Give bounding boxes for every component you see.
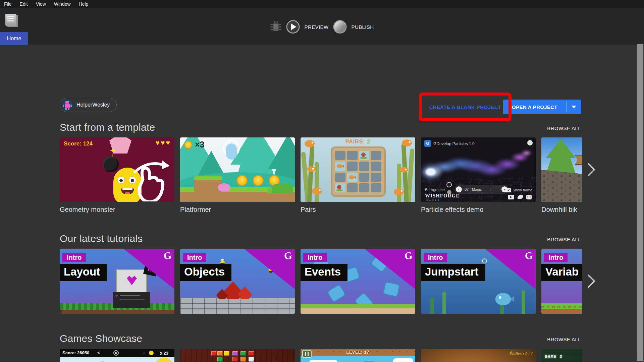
fish-art xyxy=(394,188,404,195)
browse-all-templates[interactable]: BROWSE ALL xyxy=(547,125,581,131)
scrollbar-track[interactable] xyxy=(637,44,644,362)
chevron-right-icon[interactable] xyxy=(586,162,597,177)
open-project-dropdown[interactable] xyxy=(567,100,581,114)
menu-view[interactable]: View xyxy=(32,0,50,8)
browse-all-showcase[interactable]: BROWSE ALL xyxy=(547,337,581,342)
sand-strip-art xyxy=(301,308,415,314)
intro-badge: Intro xyxy=(424,253,447,262)
tutorial-title: Jumpstart xyxy=(421,264,485,281)
snail-art xyxy=(361,153,366,157)
card-tile xyxy=(359,173,370,182)
open-project-button[interactable]: OPEN A PROJECT xyxy=(503,100,581,114)
project-manager-icon[interactable] xyxy=(5,13,19,27)
templates-carousel: Score: 124 ♥♥♥ xyxy=(60,137,582,216)
page-lines-art xyxy=(7,16,14,23)
editor-window-art xyxy=(116,269,147,293)
section-title-tutorials: Our latest tutorials xyxy=(60,233,143,244)
leaf-art xyxy=(336,189,343,191)
card-tile-flipped xyxy=(335,162,345,171)
browse-all-tutorials[interactable]: BROWSE ALL xyxy=(547,237,581,242)
template-card-pairs[interactable]: PAIRS: 2 xyxy=(301,137,415,214)
fish-art xyxy=(349,175,355,179)
avatar-body-art xyxy=(65,104,70,108)
level-text: LEVEL: 17 xyxy=(301,350,415,355)
preview-button[interactable]: PREVIEW xyxy=(305,24,329,30)
fish-art xyxy=(337,164,342,168)
tutorial-card-events[interactable]: G Intro Events xyxy=(301,249,415,314)
tutorial-card-variables[interactable]: +1 G Intro Variab xyxy=(541,249,582,314)
showcase-carousel: Score: 26050 ➤ ♪ x 23 xyxy=(60,349,582,362)
menu-edit[interactable]: Edit xyxy=(16,0,32,8)
section-title-templates: Start from a template xyxy=(60,122,155,133)
platformer-thumbnail: ×3 xyxy=(180,137,295,202)
showcase-card-retro-menu[interactable]: GAME 2 GAME 3 GAME 4 GAME 5 GAME 6 EXIT xyxy=(541,349,582,362)
debugger-icon[interactable] xyxy=(270,20,282,33)
showcase-card-tile-on[interactable]: 4 DIFFERENT MATCHING GAMES xyxy=(180,349,295,362)
chevron-right-icon[interactable] xyxy=(586,274,597,289)
open-project-label[interactable]: OPEN A PROJECT xyxy=(503,100,566,114)
menu-help[interactable]: Help xyxy=(75,0,93,8)
tab-home[interactable]: Home xyxy=(0,32,28,45)
tile-block-art xyxy=(217,357,223,362)
wishforge-sub: GAMES xyxy=(426,199,440,201)
showcase-card-night-monsters[interactable]: Étoiles : 0 / 1 Tuer les monstres en leu… xyxy=(421,349,536,362)
objects-tutorial-thumbnail: G Intro Objects xyxy=(180,249,295,314)
monster-tongue-art xyxy=(125,192,130,194)
tile-block-art xyxy=(240,351,246,356)
seaweed-art xyxy=(430,298,434,314)
show-frame-label: Show frame xyxy=(513,188,532,192)
card-tile xyxy=(347,183,358,192)
template-card-platformer[interactable]: ×3 Platformer xyxy=(180,137,295,214)
menu-file[interactable]: File xyxy=(0,0,16,8)
tile-on-thumbnail: 4 DIFFERENT MATCHING GAMES xyxy=(180,349,295,362)
pixel-heart-art xyxy=(127,276,137,285)
score-text: Score: 26050 xyxy=(62,350,89,355)
tutorial-card-jumpstart[interactable]: G Intro Jumpstart xyxy=(421,249,536,314)
template-card-downhill-bike[interactable]: G Downhill bik xyxy=(541,137,582,214)
jumpstart-tutorial-thumbnail: G Intro Jumpstart xyxy=(421,249,536,314)
downhill-thumbnail: G xyxy=(541,137,582,202)
back-arrow-icon: ➤ xyxy=(97,350,101,355)
showcase-card-easter[interactable]: Score: 26050 ➤ ♪ x 23 xyxy=(60,349,174,362)
grass-strip-art xyxy=(301,304,415,308)
card-tile xyxy=(371,183,381,192)
play-triangle-art xyxy=(291,23,297,30)
menu-row: GAME 2 xyxy=(545,354,562,359)
scrollbar-thumb[interactable] xyxy=(637,44,643,361)
username: HelperWesley xyxy=(76,102,110,108)
monster-eye-art xyxy=(117,176,125,184)
tutorial-card-layout[interactable]: Hi G Intro Layout xyxy=(60,249,174,314)
card-tile xyxy=(371,162,381,171)
effect-name: 07 - Magic xyxy=(462,187,501,191)
card-tile xyxy=(335,151,345,160)
create-blank-project-button[interactable]: CREATE A BLANK PROJECT xyxy=(429,104,501,110)
toolbar: PREVIEW PUBLISH xyxy=(0,8,644,45)
night-game-thumbnail: Étoiles : 0 / 1 Tuer les monstres en leu… xyxy=(421,349,536,362)
coin-art xyxy=(236,175,248,186)
template-card-geometry-monster[interactable]: Score: 124 ♥♥♥ xyxy=(60,137,174,214)
geometry-monster-thumbnail: Score: 124 ♥♥♥ xyxy=(60,137,174,202)
publish-icon[interactable] xyxy=(333,20,346,34)
stars-counter-text: Étoiles : 0 / 1 xyxy=(509,351,533,356)
snail-art xyxy=(337,185,341,189)
publish-button[interactable]: PUBLISH xyxy=(351,24,374,30)
chick-counter-icon xyxy=(149,351,154,355)
pixel-dirt-art xyxy=(60,310,174,314)
tutorial-card-objects[interactable]: G Intro Objects xyxy=(180,249,295,314)
platform-top-art xyxy=(194,176,222,180)
background-toggle-art xyxy=(446,182,452,187)
menu-window[interactable]: Window xyxy=(50,0,75,8)
tile-block-art xyxy=(211,351,217,356)
tile-block-art xyxy=(232,351,238,356)
template-card-particle-effects[interactable]: G GDevelop Particles 1.0 i Background ‹ … xyxy=(421,137,536,214)
preview-play-icon[interactable] xyxy=(286,20,300,34)
user-chip[interactable]: HelperWesley xyxy=(60,98,117,112)
panel-bar-art xyxy=(120,295,140,296)
showcase-card-pixel-platformer[interactable]: ▲▲▲▲▲▲▲▲▲▲▲▲▲▲▲▲▲▲▲▲▲▲▲▲▲▲▲▲▲▲▲▲▲▲▲▲▲▲▲▲… xyxy=(301,349,415,362)
annotation-red-box: CREATE A BLANK PROJECT xyxy=(419,93,512,121)
prev-effect-icon: ‹ xyxy=(456,186,462,192)
intro-badge: Intro xyxy=(183,253,206,262)
score-text: Score: 124 xyxy=(64,140,93,147)
hearts-icon: ♥♥♥ xyxy=(156,139,171,147)
info-icon: i xyxy=(527,140,533,145)
